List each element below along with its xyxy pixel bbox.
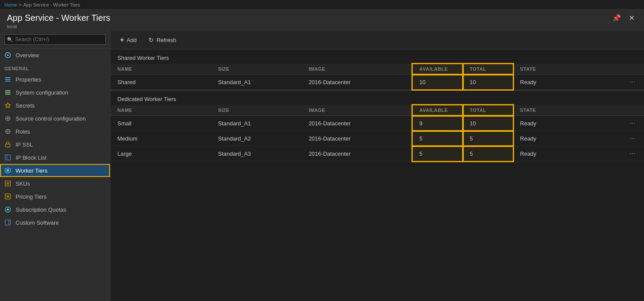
- dedicated-row-1-state: Ready: [513, 131, 614, 146]
- sidebar-item-custom-software[interactable]: Custom Software: [0, 216, 110, 229]
- properties-icon: [4, 76, 11, 83]
- shared-row-0-total: 10: [463, 75, 513, 90]
- dedicated-row-2-actions[interactable]: ···: [614, 146, 644, 161]
- sidebar-item-label-ip-ssl: IP SSL: [16, 141, 33, 148]
- shared-row-0-more-button[interactable]: ···: [628, 78, 637, 86]
- sidebar-item-pricing-tiers[interactable]: Pricing Tiers: [0, 190, 110, 203]
- dedicated-row-2-available: 5: [412, 146, 463, 161]
- dedicated-table: NAME SIZE IMAGE AVAILABLE TOTAL STATE Sm…: [110, 105, 644, 161]
- system-config-icon: [4, 89, 11, 96]
- sidebar-item-properties[interactable]: Properties: [0, 73, 110, 86]
- sidebar-item-system-config[interactable]: System configuration: [0, 86, 110, 99]
- dedicated-row-0-actions[interactable]: ···: [614, 116, 644, 131]
- sidebar-general-label: GENERAL: [0, 62, 110, 73]
- shared-col-total: TOTAL: [463, 64, 513, 75]
- roles-icon: [4, 128, 11, 135]
- close-button[interactable]: ✕: [626, 13, 637, 23]
- svg-marker-18: [6, 169, 9, 172]
- sidebar-item-ip-block[interactable]: IP Block List: [0, 151, 110, 164]
- dedicated-row-0-name: Small: [110, 116, 211, 131]
- shared-col-name: NAME: [110, 64, 211, 75]
- dedicated-row-1-more-button[interactable]: ···: [628, 134, 637, 142]
- sidebar-item-label-worker-tiers: Worker Tiers: [16, 167, 47, 174]
- sidebar-item-ip-ssl[interactable]: IP SSL: [0, 138, 110, 151]
- dedicated-row-2-state: Ready: [513, 146, 614, 161]
- worker-tiers-icon: [4, 167, 11, 174]
- shared-table: NAME SIZE IMAGE AVAILABLE TOTAL STATE Sh…: [110, 64, 644, 90]
- title-bar-actions: 📌 ✕: [610, 13, 637, 23]
- svg-rect-3: [5, 79, 10, 80]
- search-input[interactable]: [4, 34, 106, 45]
- dedicated-row-1-actions[interactable]: ···: [614, 131, 644, 146]
- table-row: Large Standard_A3 2016-Datacenter 5 5 Re…: [110, 146, 644, 161]
- add-label: Add: [126, 37, 136, 43]
- pin-button[interactable]: 📌: [610, 13, 624, 23]
- breadcrumb-home[interactable]: Home: [4, 2, 17, 7]
- dedicated-row-0-available: 9: [412, 116, 463, 131]
- dedicated-row-1-size: Standard_A2: [211, 131, 301, 146]
- shared-row-0-size: Standard_A1: [211, 75, 301, 90]
- dedicated-row-2-more-button[interactable]: ···: [628, 150, 637, 157]
- svg-rect-5: [5, 90, 10, 91]
- sidebar-item-worker-tiers[interactable]: Worker Tiers: [0, 164, 110, 177]
- sidebar-item-label-subscription-quotas: Subscription Quotas: [16, 206, 66, 213]
- dedicated-col-actions: [614, 105, 644, 116]
- shared-col-size: SIZE: [211, 64, 301, 75]
- toolbar: + Add ↻ Refresh: [110, 31, 644, 49]
- shared-row-0-image: 2016-Datacenter: [302, 75, 413, 90]
- dedicated-row-2-total: 5: [463, 146, 513, 161]
- pricing-tiers-icon: [4, 193, 11, 200]
- table-row: Shared Standard_A1 2016-Datacenter 10 10…: [110, 75, 644, 90]
- refresh-button[interactable]: ↻ Refresh: [146, 35, 179, 45]
- sidebar-item-roles[interactable]: Roles: [0, 125, 110, 138]
- svg-rect-25: [5, 220, 10, 225]
- shared-col-image: IMAGE: [302, 64, 413, 75]
- add-icon: +: [120, 36, 124, 44]
- sidebar-item-label-properties: Properties: [16, 76, 41, 83]
- sidebar-item-label-overview: Overview: [16, 52, 39, 59]
- dedicated-col-state: STATE: [513, 105, 614, 116]
- shared-row-0-state: Ready: [513, 75, 614, 90]
- dedicated-section-header: Dedicated Worker Tiers: [110, 90, 644, 105]
- sidebar-item-label-secrets: Secrets: [16, 102, 35, 109]
- dedicated-row-0-more-button[interactable]: ···: [628, 119, 637, 127]
- dedicated-row-2-image: 2016-Datacenter: [302, 146, 413, 161]
- svg-rect-22: [6, 195, 9, 198]
- sidebar-item-skus[interactable]: SKUs: [0, 177, 110, 190]
- dedicated-col-total: TOTAL: [463, 105, 513, 116]
- title-bar-left: App Service - Worker Tiers local: [7, 13, 110, 29]
- main-layout: 🔍 Overview GENERAL Properties System con…: [0, 31, 644, 301]
- shared-row-0-actions[interactable]: ···: [614, 75, 644, 90]
- dedicated-table-header-row: NAME SIZE IMAGE AVAILABLE TOTAL STATE: [110, 105, 644, 116]
- search-box: 🔍: [0, 31, 110, 49]
- svg-point-10: [7, 118, 9, 119]
- table-row: Small Standard_A1 2016-Datacenter 9 10 R…: [110, 116, 644, 131]
- dedicated-row-0-image: 2016-Datacenter: [302, 116, 413, 131]
- shared-row-0-available: 10: [412, 75, 463, 90]
- shared-col-state: STATE: [513, 64, 614, 75]
- sidebar-item-overview[interactable]: Overview: [0, 49, 110, 62]
- sidebar-item-source-control[interactable]: Source control configuration: [0, 112, 110, 125]
- sidebar-item-label-custom-software: Custom Software: [16, 219, 59, 226]
- dedicated-col-size: SIZE: [211, 105, 301, 116]
- shared-col-available: AVAILABLE: [412, 64, 463, 75]
- svg-rect-15: [5, 155, 10, 160]
- sidebar-item-subscription-quotas[interactable]: Subscription Quotas: [0, 203, 110, 216]
- top-bar: Home > App Service - Worker Tiers: [0, 0, 644, 10]
- add-button[interactable]: + Add: [117, 34, 139, 46]
- sidebar-item-secrets[interactable]: Secrets: [0, 99, 110, 112]
- shared-section-header: Shared Worker Tiers: [110, 49, 644, 64]
- breadcrumb-sep: >: [19, 2, 21, 7]
- search-icon: 🔍: [7, 37, 13, 43]
- dedicated-row-1-name: Medium: [110, 131, 211, 146]
- custom-software-icon: [4, 219, 11, 226]
- dedicated-row-2-size: Standard_A3: [211, 146, 301, 161]
- sidebar-item-label-pricing-tiers: Pricing Tiers: [16, 193, 47, 200]
- sidebar-item-label-roles: Roles: [16, 128, 30, 135]
- shared-row-0-name: Shared: [110, 75, 211, 90]
- svg-point-24: [7, 209, 9, 211]
- dedicated-row-1-image: 2016-Datacenter: [302, 131, 413, 146]
- breadcrumb: Home > App Service - Worker Tiers: [4, 2, 640, 7]
- shared-table-header-row: NAME SIZE IMAGE AVAILABLE TOTAL STATE: [110, 64, 644, 75]
- ip-ssl-icon: [4, 141, 11, 148]
